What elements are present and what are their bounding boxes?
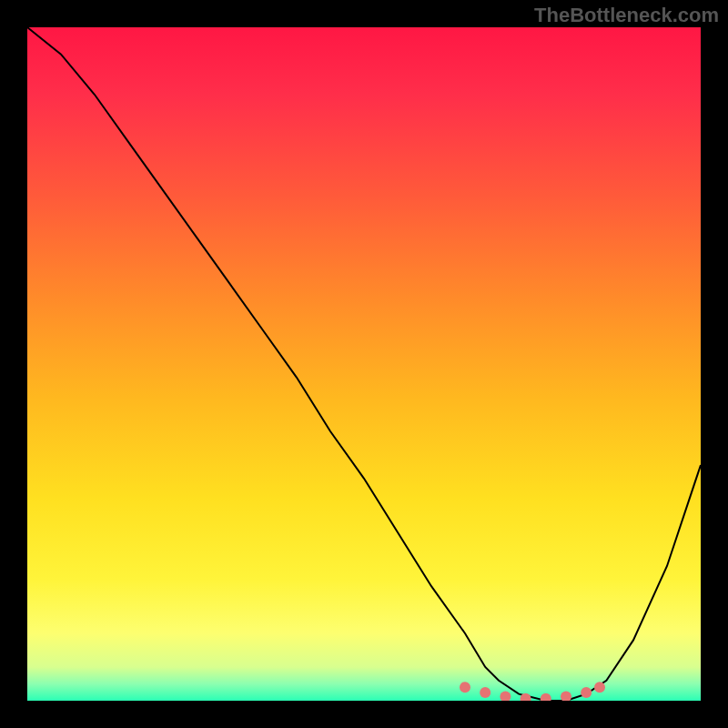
bottleneck-curve <box>27 27 701 701</box>
highlight-dot <box>594 682 605 693</box>
watermark-text: TheBottleneck.com <box>534 4 719 27</box>
chart-container: TheBottleneck.com <box>0 0 728 728</box>
highlight-dot <box>500 692 511 701</box>
plot-area <box>27 27 701 701</box>
curve-layer <box>27 27 701 701</box>
highlight-dot <box>561 692 571 701</box>
highlight-dot <box>581 687 592 698</box>
highlight-dot <box>541 693 551 701</box>
highlight-dot <box>480 687 490 698</box>
highlight-dot <box>460 682 470 693</box>
